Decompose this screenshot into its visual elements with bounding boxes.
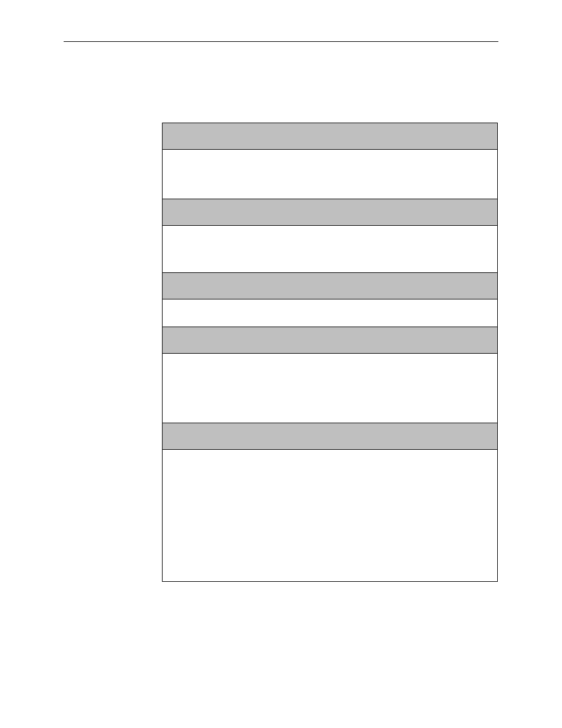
table-row	[163, 450, 497, 581]
table-row	[163, 423, 497, 450]
table-row	[163, 199, 497, 226]
table-row	[163, 299, 497, 327]
horizontal-rule	[64, 41, 498, 42]
table-row	[163, 150, 497, 199]
striped-table	[162, 123, 498, 582]
table-row	[163, 354, 497, 423]
table-row	[163, 123, 497, 150]
table-row	[163, 226, 497, 273]
page	[0, 0, 562, 728]
table-row	[163, 273, 497, 299]
table-row	[163, 327, 497, 354]
